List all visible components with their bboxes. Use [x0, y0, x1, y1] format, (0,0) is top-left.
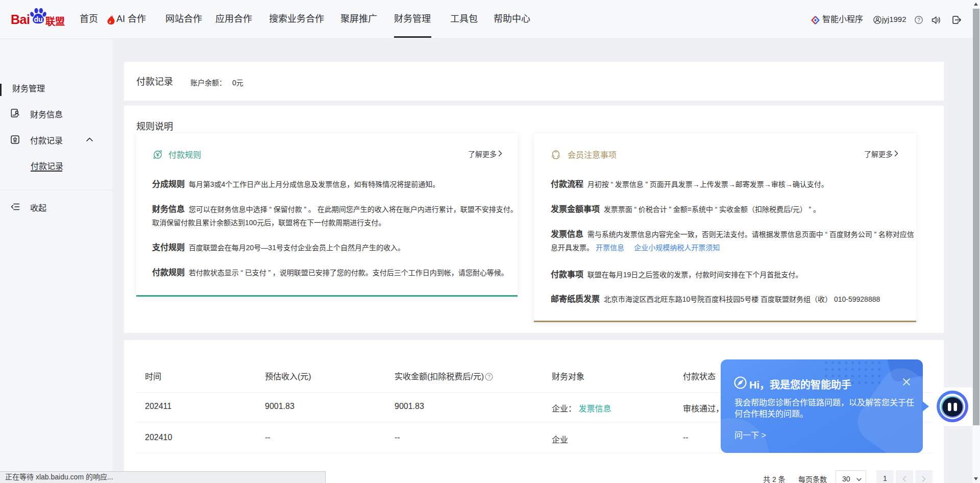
- svg-text:?: ?: [917, 17, 920, 23]
- svg-text:?: ?: [487, 374, 491, 380]
- svg-text:du: du: [34, 15, 42, 23]
